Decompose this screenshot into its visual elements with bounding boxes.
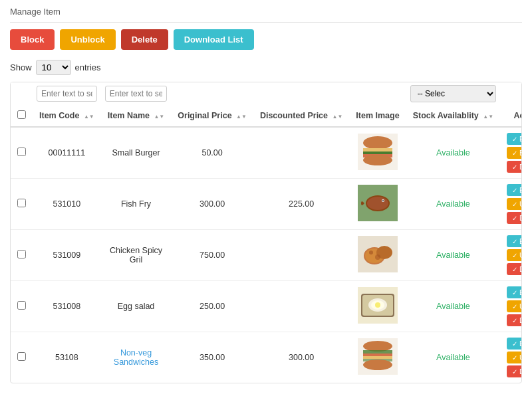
row-discounted-price: 300.00 [253, 332, 349, 383]
action-unblock-button[interactable]: ✓Unblock [507, 249, 522, 261]
sort-icon-disc[interactable]: ▲▼ [332, 114, 343, 120]
row-code: 53108 [33, 332, 101, 383]
row-name: Small Burger [101, 127, 172, 179]
table-row: 531009 Chicken Spicy Gril 750.00 Availab… [11, 230, 522, 281]
action-block-button[interactable]: ✓Block [507, 147, 522, 159]
filter-disc-cell [253, 82, 349, 105]
action-edit-button[interactable]: ✓Edit [507, 338, 522, 350]
sort-icon-name[interactable]: ▲▼ [154, 114, 164, 120]
row-discounted-price [253, 127, 349, 179]
action-edit-button[interactable]: ✓Edit [507, 184, 522, 196]
row-checkbox-cell [11, 281, 33, 332]
filter-orig-cell [171, 82, 253, 105]
row-checkbox-cell [11, 230, 33, 281]
row-checkbox[interactable] [17, 199, 26, 207]
svg-rect-27 [363, 356, 392, 359]
svg-point-15 [369, 251, 373, 254]
action-delete-button[interactable]: ✓Delete [507, 365, 522, 377]
action-unblock-button[interactable]: ✓Unblock [507, 198, 522, 210]
row-checkbox[interactable] [17, 301, 26, 310]
filter-code-input[interactable] [37, 86, 97, 102]
action-delete-button[interactable]: ✓Delete [507, 314, 522, 326]
row-image [349, 230, 406, 281]
row-name: Fish Fry [101, 179, 172, 230]
edit-icon: ✓ [512, 340, 517, 348]
row-discounted-price [253, 281, 349, 332]
row-actions: ✓Edit✓Unblock✓Delete [500, 281, 522, 332]
row-name: Non-veg Sandwiches [101, 332, 172, 383]
sort-icon-code[interactable]: ▲▼ [84, 114, 94, 120]
sort-icon-stock[interactable]: ▲▼ [483, 114, 493, 120]
svg-rect-25 [363, 350, 392, 354]
action-delete-button[interactable]: ✓Delete [507, 263, 522, 275]
th-stock-availability: Stock Availablity ▲▼ [406, 105, 500, 127]
row-checkbox-cell [11, 332, 33, 383]
row-image [349, 179, 406, 230]
row-image [349, 332, 406, 383]
items-table: -- Selec Available Out of Stock -- Sel A… [11, 82, 522, 383]
row-original-price: 350.00 [171, 332, 253, 383]
edit-icon: ✓ [512, 289, 517, 296]
action-buttons-group: ✓Edit✓Unblock✓Delete [507, 286, 522, 326]
row-original-price: 300.00 [171, 179, 253, 230]
th-check [11, 105, 33, 127]
unblock-button[interactable]: Unblock [60, 29, 115, 50]
delete-icon: ✓ [512, 317, 517, 324]
row-checkbox[interactable] [17, 250, 26, 258]
filter-check-cell [11, 82, 33, 105]
download-list-button[interactable]: Download List [174, 29, 254, 50]
table-row: 53108 Non-veg Sandwiches 350.00 300.00 A… [11, 332, 522, 383]
th-discounted-price: Discounted Price ▲▼ [253, 105, 349, 127]
svg-point-8 [367, 197, 388, 210]
table-row: 531010 Fish Fry 300.00 225.00 Available … [11, 179, 522, 230]
row-checkbox-cell [11, 179, 33, 230]
select-all-checkbox[interactable] [17, 110, 26, 119]
filter-actions-cell [500, 82, 522, 105]
action-buttons-group: ✓Edit✓Unblock✓Delete [507, 338, 522, 377]
entries-select[interactable]: 10 25 50 100 [36, 60, 71, 75]
filter-code-cell [33, 82, 101, 105]
row-image [349, 127, 406, 179]
row-discounted-price [253, 230, 349, 281]
delete-button[interactable]: Delete [121, 29, 168, 50]
filter-name-input[interactable] [105, 86, 168, 102]
action-edit-button[interactable]: ✓Edit [507, 235, 522, 247]
edit-icon: ✓ [512, 136, 517, 143]
svg-rect-3 [363, 152, 392, 154]
svg-point-1 [363, 136, 392, 150]
row-checkbox[interactable] [17, 148, 26, 156]
svg-point-10 [382, 200, 384, 201]
row-stock: Available [406, 332, 500, 383]
row-name: Egg salad [101, 281, 172, 332]
th-item-name: Item Name ▲▼ [101, 105, 172, 127]
svg-point-22 [375, 302, 380, 308]
action-unblock-button[interactable]: ✓Unblock [507, 300, 522, 312]
sort-icon-orig[interactable]: ▲▼ [236, 114, 247, 120]
row-actions: ✓Edit✓Unblock✓Delete [500, 332, 522, 383]
row-checkbox[interactable] [17, 352, 26, 361]
block-icon: ✓ [512, 150, 517, 157]
row-actions: ✓Edit✓Unblock✓Delete [500, 230, 522, 281]
unblock-icon: ✓ [512, 201, 517, 208]
table-body: 00011111 Small Burger 50.00 Available ✓E… [11, 127, 522, 383]
row-checkbox-cell [11, 127, 33, 179]
action-edit-button[interactable]: ✓Edit [507, 133, 522, 145]
action-edit-button[interactable]: ✓Edit [507, 286, 522, 298]
row-code: 531010 [33, 179, 101, 230]
action-buttons-group: ✓Edit✓Block✓Delete [507, 133, 522, 173]
row-stock: Available [406, 281, 500, 332]
unblock-icon: ✓ [512, 303, 517, 310]
svg-point-16 [375, 254, 380, 260]
entries-label: entries [75, 62, 101, 72]
block-button[interactable]: Block [10, 29, 55, 50]
th-item-code: Item Code ▲▼ [33, 105, 101, 127]
action-unblock-button[interactable]: ✓Unblock [507, 352, 522, 363]
filter-stock-select[interactable]: -- Selec Available Out of Stock [410, 85, 496, 102]
action-buttons-group: ✓Edit✓Unblock✓Delete [507, 184, 522, 224]
action-delete-button[interactable]: ✓Delete [507, 161, 522, 173]
row-discounted-price: 225.00 [253, 179, 349, 230]
row-stock: Available [406, 179, 500, 230]
action-delete-button[interactable]: ✓Delete [507, 212, 522, 224]
row-actions: ✓Edit✓Unblock✓Delete [500, 179, 522, 230]
toolbar: Block Unblock Delete Download List [10, 29, 522, 50]
